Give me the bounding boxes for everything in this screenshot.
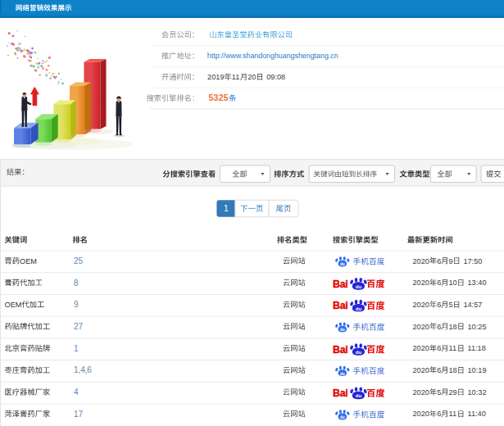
svg-text:17:50: 17:50 [463,257,482,265]
svg-text:6: 6 [437,257,441,265]
svg-text:2020: 2020 [413,344,429,352]
svg-text:6: 6 [437,279,441,287]
svg-text:11:40: 11:40 [468,410,486,418]
svg-text:5325: 5325 [209,93,229,102]
svg-text:8: 8 [74,279,79,288]
svg-text:du: du [356,350,362,355]
svg-text:2020: 2020 [413,323,429,331]
svg-text:11:18: 11:18 [468,344,486,352]
svg-text:10:25: 10:25 [468,323,487,331]
svg-text:du: du [340,415,345,419]
svg-text:14:57: 14:57 [463,301,482,309]
svg-text:2020: 2020 [413,410,429,418]
svg-text:2020: 2020 [413,366,429,374]
svg-text:du: du [356,306,362,311]
svg-text:6: 6 [437,301,441,309]
svg-text:2019: 2019 [207,73,224,81]
svg-text:1,4,6: 1,4,6 [74,365,92,374]
svg-text:13:40: 13:40 [468,279,487,287]
svg-text:6: 6 [437,323,441,331]
svg-text:2020: 2020 [413,388,429,397]
svg-text:10:32: 10:32 [468,388,487,397]
svg-text:2020: 2020 [413,301,429,309]
svg-text:du: du [356,393,362,398]
svg-text:du: du [340,328,345,332]
svg-text:5: 5 [449,301,453,309]
svg-text:Bai: Bai [333,279,347,290]
svg-text:11: 11 [232,73,240,81]
svg-text:11: 11 [449,410,457,418]
svg-text:9: 9 [74,300,79,309]
svg-text:1: 1 [74,344,79,353]
svg-text:du: du [356,284,362,289]
svg-text:29: 29 [449,388,457,397]
svg-text:5: 5 [437,388,441,397]
svg-text:4: 4 [74,387,79,397]
svg-text:9: 9 [449,257,453,265]
svg-text:20: 20 [247,73,256,81]
svg-text:OEM: OEM [20,257,37,265]
svg-text:OEM: OEM [5,301,22,309]
svg-text:6: 6 [437,366,441,374]
svg-text:Bai: Bai [333,387,347,399]
svg-text:10: 10 [449,279,457,287]
svg-text:du: du [340,372,345,376]
svg-text:du: du [340,262,345,266]
svg-text:2020: 2020 [413,279,429,287]
svg-text:Bai: Bai [333,300,347,311]
svg-text:http://www.shandonghuangshengt: http://www.shandonghuangshengtang.cn [207,52,338,60]
svg-text:09:08: 09:08 [266,73,285,81]
svg-text:2020: 2020 [413,257,429,265]
svg-text:18: 18 [449,323,457,331]
svg-text:25: 25 [74,256,83,265]
svg-text:11: 11 [449,344,457,352]
svg-text:18: 18 [449,366,457,374]
svg-text:Bai: Bai [333,344,347,356]
svg-text:1: 1 [224,204,229,213]
svg-text:6: 6 [437,344,441,352]
svg-text:10:19: 10:19 [468,366,487,374]
svg-text:17: 17 [74,410,83,419]
svg-text:27: 27 [74,322,83,331]
svg-text:6: 6 [437,410,441,418]
